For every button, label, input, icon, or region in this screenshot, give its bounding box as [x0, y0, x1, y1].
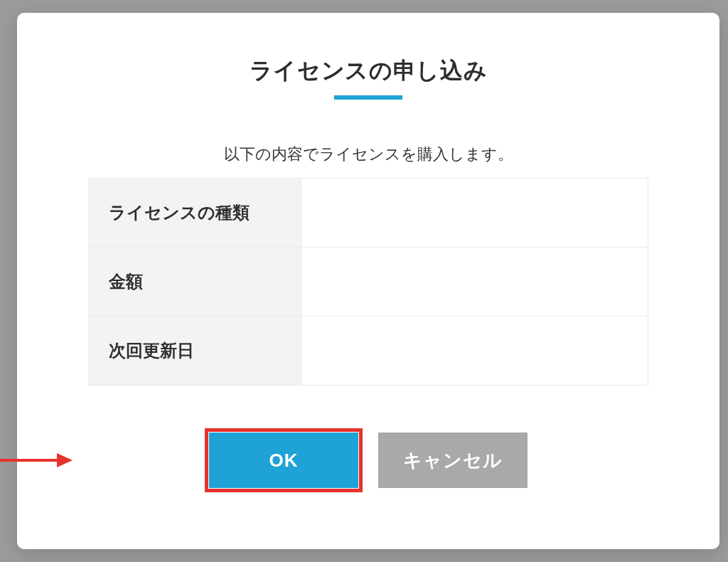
next-renewal-label: 次回更新日	[89, 317, 301, 386]
title-underline	[334, 95, 402, 100]
license-type-value	[301, 179, 648, 248]
license-type-label: ライセンスの種類	[89, 179, 301, 248]
modal-button-row: OK キャンセル	[88, 433, 648, 488]
license-application-modal: ライセンスの申し込み 以下の内容でライセンスを購入します。 ライセンスの種類 金…	[17, 13, 719, 549]
next-renewal-value	[301, 317, 648, 386]
svg-marker-1	[57, 453, 73, 467]
table-row: 金額	[89, 248, 648, 317]
ok-button[interactable]: OK	[209, 433, 358, 488]
table-row: ライセンスの種類	[89, 179, 648, 248]
amount-value	[301, 248, 648, 317]
table-row: 次回更新日	[89, 317, 648, 386]
modal-subtitle: 以下の内容でライセンスを購入します。	[88, 144, 648, 165]
amount-label: 金額	[89, 248, 301, 317]
cancel-button[interactable]: キャンセル	[378, 433, 528, 488]
modal-title: ライセンスの申し込み	[88, 55, 648, 87]
license-info-table: ライセンスの種類 金額 次回更新日	[88, 178, 648, 386]
